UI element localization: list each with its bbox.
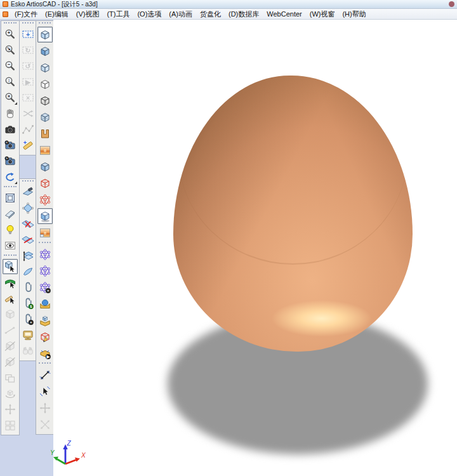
attach-clip-button[interactable] — [20, 280, 36, 295]
title-bar[interactable]: Esko ArtiosCAD - [设计5 - a3d] — [0, 0, 457, 9]
zoom-height-button[interactable]: ↕ — [3, 74, 18, 89]
wireframe-red-button[interactable] — [37, 175, 53, 191]
select-repair-button[interactable] — [3, 291, 18, 306]
menu-items: (F)文件(E)编辑(V)视图(T)工具(O)选项(A)动画货盘化(D)数据库W… — [11, 9, 370, 19]
zoom-in-button[interactable]: + — [3, 27, 18, 42]
pallet-animate-button[interactable]: ▶ — [37, 345, 53, 361]
zoom-previous-button[interactable]: ↘ — [3, 43, 18, 58]
view-flat-button[interactable] — [37, 60, 53, 76]
motion-curve-button — [20, 122, 36, 137]
add-animation-frame-button[interactable]: + — [20, 27, 36, 42]
svg-text:↺: ↺ — [25, 62, 31, 70]
next-view-camera-button[interactable]: » — [3, 154, 18, 169]
pan-button[interactable] — [3, 106, 18, 121]
viewport-3d[interactable]: Z X Y — [53, 20, 457, 476]
menu-view[interactable]: (V)视图 — [72, 9, 103, 19]
chamfer-knife-button[interactable] — [3, 206, 18, 221]
toolbar-grip[interactable] — [22, 22, 34, 25]
view-hidden-line-button[interactable] — [37, 76, 53, 92]
axis-triad: Z X Y — [50, 438, 89, 472]
wireframe-edit-button[interactable] — [37, 329, 53, 345]
fold-corners-button[interactable] — [20, 201, 36, 216]
bend-surface-button[interactable] — [20, 264, 36, 279]
render-glossy-button[interactable] — [37, 208, 53, 224]
view-transparent-button[interactable] — [37, 109, 53, 125]
menu-webcenter[interactable]: WebCenter — [263, 9, 305, 19]
snapshot-camera-button[interactable] — [3, 122, 18, 137]
zoom-window-button[interactable]: × — [3, 90, 18, 105]
undo-view-button[interactable] — [3, 169, 18, 185]
menu-palletization[interactable]: 货盘化 — [196, 9, 225, 19]
erase-face-button[interactable] — [20, 185, 36, 200]
document-icon — [3, 11, 8, 17]
toolbar-grip[interactable] — [39, 242, 51, 245]
fold-split-button[interactable] — [20, 232, 36, 248]
zoom-in-icon: + — [4, 28, 17, 41]
menu-animation[interactable]: (A)动画 — [165, 9, 196, 19]
axis-x-label: X — [81, 452, 86, 459]
menu-help[interactable]: (H)帮助 — [338, 9, 369, 19]
tray-box-icon — [39, 314, 51, 327]
light-source-button[interactable] — [3, 222, 18, 237]
wireframe-red-nodes-button[interactable] — [37, 192, 53, 208]
view-translucent-icon — [39, 161, 51, 173]
view-transparent-icon — [39, 111, 51, 124]
view-shaded-button[interactable] — [37, 43, 53, 59]
add-tape-button[interactable]: + — [20, 138, 36, 153]
toolbar-grip[interactable] — [22, 180, 34, 183]
animation-loop-button: ↻ — [20, 43, 36, 58]
svg-text:»: » — [6, 156, 8, 161]
menu-tools[interactable]: (T)工具 — [103, 9, 133, 19]
tray-box-button[interactable] — [37, 312, 53, 328]
view-corrugate-button[interactable] — [37, 126, 53, 142]
measure-3d-button[interactable] — [37, 367, 53, 383]
svg-text:×: × — [8, 93, 11, 99]
measure-line-icon — [4, 324, 17, 336]
svg-text:▶: ▶ — [25, 78, 31, 86]
transform-object-icon — [39, 418, 51, 431]
view-angle-button[interactable] — [3, 238, 18, 253]
scene-background-button[interactable] — [37, 142, 53, 158]
egg-3d-model[interactable] — [173, 76, 413, 352]
mesh-edit-nodes-2-button[interactable] — [37, 263, 53, 279]
select-surface-button[interactable] — [3, 275, 18, 290]
menu-database[interactable]: (D)数据库 — [225, 9, 263, 19]
toolbar-grip[interactable] — [4, 22, 17, 25]
raise-lower-panel-button[interactable] — [20, 248, 36, 263]
previous-view-camera-button[interactable]: « — [3, 138, 18, 153]
view-solid-button[interactable] — [37, 27, 53, 43]
select-measure-button[interactable] — [37, 383, 53, 399]
screen-output-button[interactable] — [20, 327, 36, 343]
duplicate-outline-icon — [4, 371, 17, 384]
bevel-panel-button[interactable] — [3, 190, 18, 206]
tray-sphere-icon — [39, 298, 51, 310]
align-front-button — [3, 338, 18, 354]
detach-clip-button[interactable]: × — [20, 312, 36, 327]
menu-bar: (F)文件(E)编辑(V)视图(T)工具(O)选项(A)动画货盘化(D)数据库W… — [0, 9, 457, 20]
mesh-delete-node-button[interactable]: × — [37, 279, 53, 295]
tray-sphere-button[interactable] — [37, 296, 53, 312]
fold-delete-button[interactable] — [20, 216, 36, 232]
view-translucent-button[interactable] — [37, 159, 53, 175]
view-wireframe-button[interactable] — [37, 93, 53, 109]
select-surface-icon — [4, 276, 17, 289]
select-repair-icon — [4, 292, 17, 305]
wireframe-red-icon — [39, 177, 51, 190]
menu-options[interactable]: (O)选项 — [133, 9, 165, 19]
select-designs-button[interactable] — [3, 259, 18, 274]
scene-background-2-button[interactable] — [37, 225, 53, 241]
menu-window[interactable]: (W)视窗 — [306, 9, 339, 19]
toolbar-grip[interactable] — [4, 186, 17, 189]
snapshot-camera-icon — [4, 123, 17, 136]
menu-file[interactable]: (F)文件 — [11, 9, 41, 19]
menu-edit[interactable]: (E)编辑 — [41, 9, 72, 19]
mesh-edit-nodes-button[interactable] — [37, 246, 53, 262]
svg-text:↘: ↘ — [7, 46, 11, 51]
attach-clip-cost-button[interactable]: $ — [20, 296, 36, 311]
zoom-out-button[interactable]: − — [3, 58, 18, 74]
close-button[interactable] — [449, 1, 454, 7]
toolbar-grip[interactable] — [39, 362, 51, 366]
previous-view-camera-icon: « — [4, 139, 17, 152]
toolbar-grip[interactable] — [39, 22, 51, 25]
toolbar-grip[interactable] — [4, 255, 17, 258]
